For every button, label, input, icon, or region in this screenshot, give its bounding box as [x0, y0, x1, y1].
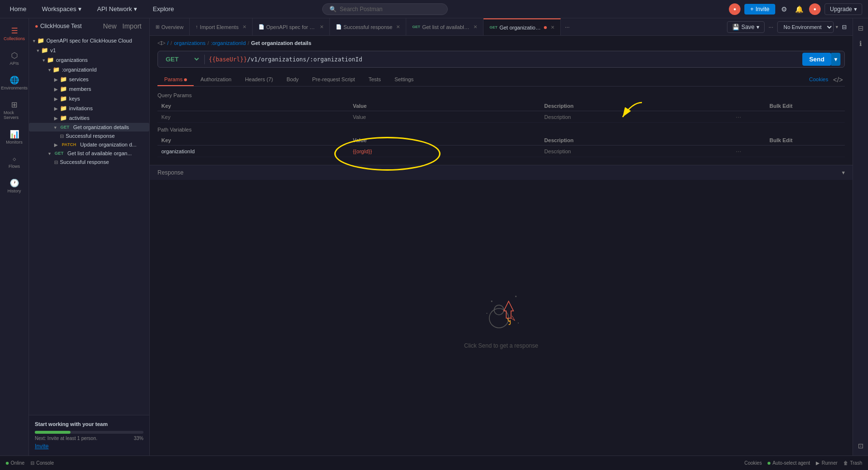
tree-item-keys[interactable]: ▶ 📁 keys	[29, 94, 149, 103]
nav-home[interactable]: Home	[6, 3, 30, 15]
path-value-input[interactable]	[353, 148, 536, 154]
breadcrumb-org-id[interactable]: :organizationId	[211, 40, 246, 46]
runner-button[interactable]: ▶ Runner	[816, 460, 838, 466]
close-icon[interactable]: ✕	[551, 25, 555, 30]
sidebar-item-environments[interactable]: 🌐 Environments	[2, 72, 27, 94]
breadcrumb-organizations[interactable]: organizations	[174, 40, 205, 46]
row-more-button[interactable]: ···	[736, 113, 741, 120]
tree-item-org-id[interactable]: ▾ 📁 :organizationId	[29, 65, 149, 74]
tree-item-services[interactable]: ▶ 📁 services	[29, 74, 149, 84]
path-row-more-button[interactable]: ···	[736, 147, 741, 155]
url-path: /v1/organizations/:organizationId	[247, 56, 362, 63]
tree-item-organizations[interactable]: ▾ 📁 organizations	[29, 55, 149, 65]
sidebar-item-apis[interactable]: ⬡ APIs	[2, 47, 27, 70]
path-key-input[interactable]	[161, 148, 345, 154]
nav-explore[interactable]: Explore	[149, 3, 178, 15]
sidebar-item-flows[interactable]: ⬦ Flows	[2, 150, 27, 173]
close-icon[interactable]: ✕	[320, 24, 324, 29]
params-tab-tests[interactable]: Tests	[362, 73, 388, 86]
trash-button[interactable]: 🗑 Trash	[843, 460, 862, 466]
send-button[interactable]: Send	[802, 53, 831, 66]
console-button[interactable]: ⊟ Console	[30, 460, 54, 466]
path-description-input[interactable]	[544, 148, 728, 154]
chevron-right-icon: ▶	[54, 96, 58, 102]
sidebar-item-collections[interactable]: ☰ Collections	[2, 22, 27, 45]
description-input[interactable]	[544, 114, 728, 120]
url-display: {{baseUrl}} /v1/organizations/:organizat…	[209, 56, 795, 63]
code-view-icon[interactable]: </>	[831, 73, 845, 86]
search-bar[interactable]: 🔍 Search Postman	[322, 3, 448, 15]
more-options-button[interactable]: ···	[767, 24, 775, 30]
params-tab-body[interactable]: Body	[280, 73, 305, 86]
breadcrumb-root[interactable]: /	[167, 40, 169, 46]
sidebar-item-history[interactable]: 🕐 History	[2, 175, 27, 197]
save-button[interactable]: 💾 Save ▾	[727, 21, 765, 33]
chevron-icon: ▾	[43, 58, 45, 63]
tree-item-successful-response-1[interactable]: ⊟ Successful response	[29, 132, 149, 140]
folder-icon: 📁	[60, 86, 67, 92]
value-input[interactable]	[353, 114, 536, 120]
bell-icon[interactable]: 🔔	[793, 3, 805, 15]
collection-icon: 📁	[37, 37, 44, 44]
bulk-edit-header[interactable]: Bulk Edit	[766, 101, 845, 111]
tree-item-update-org[interactable]: ▶ PATCH Update organization d...	[29, 140, 149, 149]
tree-item-get-org-details[interactable]: ▾ GET Get organization details	[29, 123, 149, 132]
new-button[interactable]: New	[101, 21, 118, 31]
nav-workspaces[interactable]: Workspaces ▾	[38, 3, 85, 15]
tab-import-elements[interactable]: ↑ Import Elements ✕	[190, 18, 253, 36]
value-header-path: Value	[349, 135, 540, 146]
tree-item-successful-response-2[interactable]: ⊟ Successful response	[29, 158, 149, 166]
tree-item-invitations[interactable]: ▶ 📁 invitations	[29, 103, 149, 113]
tree-item-get-list[interactable]: ▾ GET Get list of available organ...	[29, 149, 149, 158]
method-select[interactable]: GET POST PUT PATCH DELETE	[162, 51, 200, 67]
tab-openapi-spec[interactable]: 📄 OpenAPI spec for ClickH... ✕	[253, 18, 330, 36]
right-sidebar-top-icon[interactable]: ⊟	[856, 22, 866, 34]
cookies-link[interactable]: Cookies	[806, 73, 831, 86]
layout-icon[interactable]: ⊟	[840, 22, 849, 32]
import-button[interactable]: Import	[120, 21, 143, 31]
close-icon[interactable]: ✕	[396, 24, 400, 29]
invite-link[interactable]: Invite	[35, 443, 49, 450]
settings-icon[interactable]: ⚙	[779, 3, 789, 15]
right-sidebar-info-icon[interactable]: ℹ	[857, 38, 864, 49]
close-icon[interactable]: ✕	[473, 24, 477, 29]
sidebar-item-mock-servers[interactable]: ⊞ Mock Servers	[2, 96, 27, 124]
environment-select[interactable]: No Environment	[777, 21, 834, 33]
trash-label: Trash	[850, 460, 862, 466]
chevron-down-icon: ▾	[33, 38, 35, 44]
apis-icon: ⬡	[11, 51, 18, 60]
tab-get-org-details[interactable]: GET Get organization detail... ✕	[484, 18, 561, 36]
chevron-down-icon: ▾	[134, 5, 137, 13]
search-icon: 🔍	[329, 6, 337, 13]
collection-root[interactable]: ▾ 📁 OpenAPI spec for ClickHouse Cloud	[29, 36, 149, 45]
upgrade-button[interactable]: Upgrade ▾	[825, 3, 862, 15]
bulk-edit-header-path[interactable]: Bulk Edit	[766, 135, 845, 146]
right-sidebar-panel-icon[interactable]: ⊡	[856, 440, 866, 452]
send-dropdown-button[interactable]: ▾	[831, 53, 840, 66]
close-icon[interactable]: ✕	[242, 24, 246, 29]
top-nav: Home Workspaces ▾ API Network ▾ Explore …	[0, 0, 868, 18]
key-input[interactable]	[161, 114, 345, 120]
tab-overview[interactable]: ⊞ Overview	[150, 18, 190, 36]
tree-item-v1[interactable]: ▾ 📁 v1	[29, 45, 149, 55]
params-tab-authorization[interactable]: Authorization	[194, 73, 238, 86]
nav-api-network[interactable]: API Network ▾	[93, 3, 141, 15]
tab-successful-response[interactable]: 📄 Successful response ✕	[330, 18, 407, 36]
params-tab-params[interactable]: Params	[157, 73, 194, 86]
tab-get-list[interactable]: GET Get list of available orga... ✕	[406, 18, 484, 36]
response-header: Response ▾	[150, 165, 853, 180]
online-status[interactable]: Online	[6, 460, 25, 466]
environments-icon: 🌐	[10, 75, 19, 85]
params-tab-settings[interactable]: Settings	[388, 73, 421, 86]
get-method-badge-2: GET	[53, 150, 66, 156]
path-variables-section: Path Variables Key Value Description Bul…	[157, 127, 845, 161]
tree-item-members[interactable]: ▶ 📁 members	[29, 84, 149, 94]
params-tab-prerequest[interactable]: Pre-request Script	[305, 73, 362, 86]
auto-select-agent[interactable]: Auto-select agent	[768, 460, 810, 466]
more-tabs-button[interactable]: ···	[561, 24, 573, 30]
tree-item-activities[interactable]: ▶ 📁 activities	[29, 113, 149, 123]
sidebar-item-monitors[interactable]: 📊 Monitors	[2, 126, 27, 148]
invite-button[interactable]: + Invite	[744, 4, 775, 15]
params-tab-headers[interactable]: Headers (7)	[238, 73, 280, 86]
cookies-status[interactable]: Cookies	[744, 460, 762, 466]
